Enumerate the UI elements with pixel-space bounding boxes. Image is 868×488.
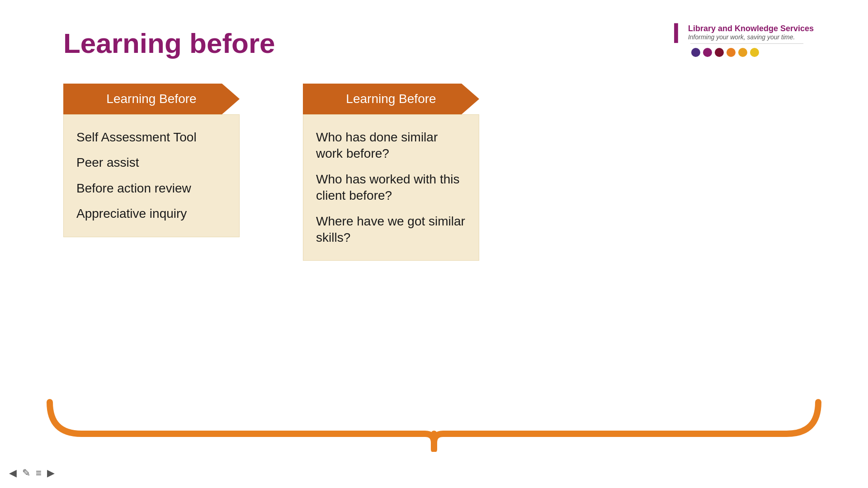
- svg-point-3: [726, 48, 736, 57]
- list-item: Self Assessment Tool: [76, 125, 226, 150]
- list-item: Before action review: [76, 176, 226, 201]
- list-item: Appreciative inquiry: [76, 201, 226, 226]
- right-card-body: Who has done similar work before? Who ha…: [303, 114, 479, 261]
- logo: ❙ Library and Knowledge Services Informi…: [668, 23, 814, 57]
- nav-edit-icon[interactable]: ✎: [22, 467, 30, 479]
- list-item: Who has done similar work before?: [316, 125, 466, 167]
- svg-point-5: [750, 48, 759, 57]
- svg-point-1: [703, 48, 712, 57]
- nav-forward-icon[interactable]: ▶: [47, 467, 55, 479]
- bottom-brace: [36, 398, 832, 452]
- list-item: Who has worked with this client before?: [316, 167, 466, 209]
- list-item: Peer assist: [76, 150, 226, 175]
- nav-back-icon[interactable]: ◀: [9, 467, 17, 479]
- cards-container: Learning Before Self Assessment Tool Pee…: [63, 84, 479, 261]
- svg-point-2: [715, 48, 724, 57]
- svg-point-4: [738, 48, 747, 57]
- logo-subtitle: Informing your work, saving your time.: [688, 33, 814, 41]
- right-card-header: Learning Before: [303, 84, 479, 114]
- logo-dots: [668, 47, 763, 57]
- page-title: Learning before: [63, 27, 275, 59]
- nav-list-icon[interactable]: ≡: [36, 467, 42, 479]
- logo-divider: [690, 43, 803, 44]
- left-card-header: Learning Before: [63, 84, 240, 114]
- left-card-body: Self Assessment Tool Peer assist Before …: [63, 114, 240, 237]
- left-card: Learning Before Self Assessment Tool Pee…: [63, 84, 240, 261]
- svg-point-0: [691, 48, 700, 57]
- logo-title: Library and Knowledge Services: [688, 24, 814, 33]
- list-item: Where have we got similar skills?: [316, 209, 466, 251]
- logo-bracket-symbol: ❙: [668, 23, 684, 42]
- nav-bar: ◀ ✎ ≡ ▶: [9, 467, 55, 479]
- right-card: Learning Before Who has done similar wor…: [303, 84, 479, 261]
